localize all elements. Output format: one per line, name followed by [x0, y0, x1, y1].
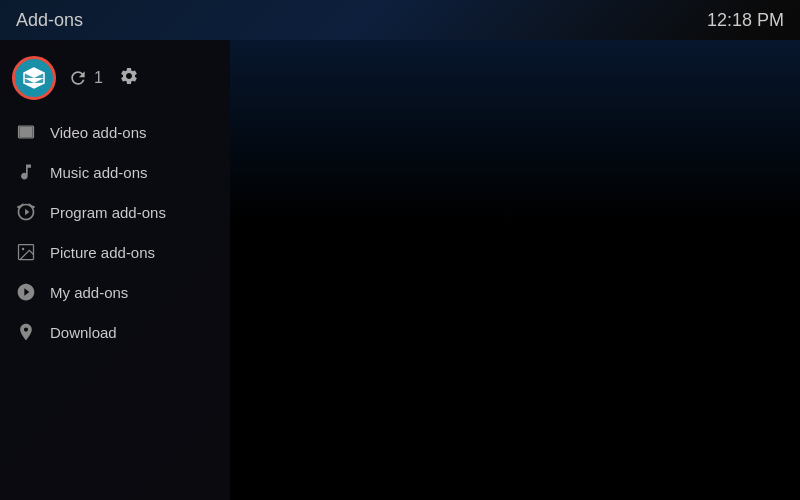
header: Add-ons 12:18 PM: [0, 0, 800, 40]
package-icon: [22, 66, 46, 90]
program-addons-label: Program add-ons: [50, 204, 166, 221]
svg-point-4: [17, 206, 20, 209]
music-icon: [16, 162, 36, 182]
svg-point-7: [22, 248, 24, 251]
sidebar-controls: 1: [0, 48, 230, 112]
download-label: Download: [50, 324, 117, 341]
picture-addons-label: Picture add-ons: [50, 244, 155, 261]
my-addons-label: My add-ons: [50, 284, 128, 301]
gear-icon: [119, 66, 139, 86]
refresh-icon: [68, 68, 88, 88]
sidebar-item-music-addons[interactable]: Music add-ons: [0, 152, 230, 192]
program-icon: [16, 202, 36, 222]
settings-button[interactable]: [119, 66, 139, 90]
video-addons-label: Video add-ons: [50, 124, 146, 141]
page-title: Add-ons: [16, 10, 83, 31]
video-icon: [16, 122, 36, 142]
sidebar-item-my-addons[interactable]: My add-ons: [0, 272, 230, 312]
update-button[interactable]: 1: [68, 68, 103, 88]
main-area: 1 Video add-ons: [0, 40, 800, 500]
sidebar-item-download[interactable]: Download: [0, 312, 230, 352]
music-addons-label: Music add-ons: [50, 164, 148, 181]
sidebar: 1 Video add-ons: [0, 40, 230, 500]
addon-icon-button[interactable]: [12, 56, 56, 100]
content-area: [230, 40, 800, 500]
sidebar-item-program-addons[interactable]: Program add-ons: [0, 192, 230, 232]
sidebar-item-video-addons[interactable]: Video add-ons: [0, 112, 230, 152]
svg-point-5: [32, 206, 35, 209]
screen: Add-ons 12:18 PM: [0, 0, 800, 500]
my-addons-icon: [16, 282, 36, 302]
sidebar-item-picture-addons[interactable]: Picture add-ons: [0, 232, 230, 272]
clock: 12:18 PM: [707, 10, 784, 31]
picture-icon: [16, 242, 36, 262]
download-icon: [16, 322, 36, 342]
update-count: 1: [94, 69, 103, 87]
